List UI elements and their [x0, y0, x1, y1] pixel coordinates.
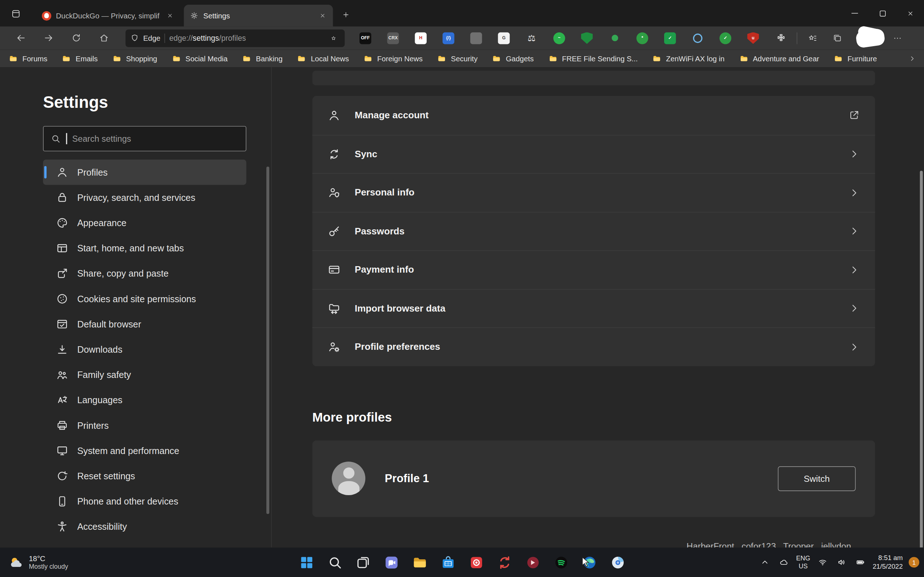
favorites-bar-item-gadgets[interactable]: Gadgets — [492, 54, 533, 63]
favorites-overflow-button[interactable] — [905, 52, 919, 66]
row-profile-preferences[interactable]: Profile preferences — [312, 327, 875, 366]
tab-duckduckgo[interactable]: DuckDuckGo — Privacy, simplifi — [36, 5, 180, 26]
home-button[interactable] — [95, 29, 113, 47]
minimize-button[interactable] — [841, 0, 869, 26]
settings-menu-button[interactable] — [889, 29, 906, 46]
sidebar-item-start-home-and-new-tabs[interactable]: Start, home, and new tabs — [43, 235, 246, 261]
puzzle-extension-icon[interactable] — [773, 30, 788, 45]
store-button[interactable] — [436, 551, 459, 574]
close-button[interactable] — [896, 0, 924, 26]
search-button[interactable] — [323, 551, 347, 574]
collections-button[interactable] — [829, 29, 846, 46]
music-app-button[interactable] — [549, 551, 572, 574]
favorites-bar-item-social-media[interactable]: Social Media — [171, 54, 228, 63]
sidebar-item-cookies-and-site-permissions[interactable]: Cookies and site permissions — [43, 286, 246, 311]
sidebar-item-family-safety[interactable]: Family safety — [43, 362, 246, 387]
media-app-button[interactable] — [521, 551, 544, 574]
green-dot-extension-icon[interactable] — [607, 30, 622, 45]
tab-close-icon[interactable] — [317, 10, 327, 21]
gamepad-extension-icon[interactable] — [468, 30, 484, 45]
row-manage-account[interactable]: Manage account — [312, 96, 875, 134]
sidebar-item-accessibility[interactable]: Accessibility — [43, 514, 246, 539]
task-view-button[interactable] — [352, 551, 375, 574]
favorites-bar-item-security[interactable]: Security — [437, 54, 478, 63]
g-extension-icon[interactable]: G — [496, 30, 512, 45]
edge-browser-button[interactable] — [578, 551, 601, 574]
sidebar-item-default-browser[interactable]: Default browser — [43, 311, 246, 337]
start-button[interactable] — [295, 551, 318, 574]
arc-extension-icon[interactable] — [690, 30, 705, 45]
favorites-bar-item-free-file-sending-s[interactable]: FREE File Sending S... — [548, 54, 638, 63]
row-payment-info[interactable]: Payment info — [312, 250, 875, 289]
sidebar-item-appearance[interactable]: Appearance — [43, 210, 246, 235]
browser-app-button[interactable] — [606, 551, 629, 574]
onedrive-cloud-icon[interactable] — [777, 556, 790, 569]
extensions-area: OFFCRXH{/}G⚖~*✓✓u — [358, 30, 788, 45]
favorites-bar-item-adventure-and-gear[interactable]: Adventure and Gear — [739, 54, 819, 63]
row-import-browser-data[interactable]: Import browser data — [312, 289, 875, 327]
favorites-bar-item-emails[interactable]: Emails — [61, 54, 97, 63]
notification-badge[interactable]: 1 — [909, 557, 919, 567]
h-extension-icon[interactable]: H — [413, 30, 428, 45]
favorites-bar-item-furniture[interactable]: Furniture — [834, 54, 877, 63]
site-info-icon[interactable] — [130, 34, 139, 42]
favorites-bar-item-foreign-news[interactable]: Foreign News — [363, 54, 423, 63]
favorites-bar-item-forums[interactable]: Forums — [8, 54, 47, 63]
green-swoosh-extension-icon[interactable]: ~ — [551, 30, 567, 45]
row-label: Sync — [355, 149, 377, 160]
tab-actions-icon[interactable] — [7, 5, 25, 23]
green-shield-extension-icon[interactable] — [579, 30, 594, 45]
favorites-bar-item-shopping[interactable]: Shopping — [112, 54, 157, 63]
refresh-button[interactable] — [67, 29, 85, 47]
green-check-square-extension-icon[interactable]: ✓ — [662, 30, 677, 45]
row-passwords[interactable]: Passwords — [312, 212, 875, 250]
tab-title: Settings — [203, 11, 312, 20]
favorites-bar-item-zenwifi-ax-log-in[interactable]: ZenWiFi AX log in — [652, 54, 724, 63]
search-settings-input[interactable]: Search settings — [43, 126, 246, 151]
row-personal-info[interactable]: Personal info — [312, 173, 875, 212]
add-favorite-star-icon[interactable] — [327, 31, 340, 44]
sidebar-item-system-and-performance[interactable]: System and performance — [43, 438, 246, 463]
ublock-extension-icon[interactable]: u — [745, 30, 761, 45]
language-switcher[interactable]: ENG US — [796, 554, 810, 570]
green-check-circle-extension-icon[interactable]: ✓ — [718, 30, 733, 45]
favorites-bar-item-local-news[interactable]: Local News — [297, 54, 349, 63]
sidebar-item-downloads[interactable]: Downloads — [43, 337, 246, 362]
file-explorer-button[interactable] — [408, 551, 431, 574]
forward-button[interactable] — [39, 29, 57, 47]
tab-close-icon[interactable] — [165, 10, 175, 21]
maximize-button[interactable] — [869, 0, 897, 26]
sidebar-item-phone-and-other-devices[interactable]: Phone and other devices — [43, 488, 246, 514]
sidebar-item-languages[interactable]: Languages — [43, 387, 246, 413]
weather-widget[interactable]: 18°C Mostly cloudy — [5, 554, 72, 571]
sidebar-item-printers[interactable]: Printers — [43, 413, 246, 438]
tray-chevron-icon[interactable] — [758, 556, 771, 569]
switch-profile-button[interactable]: Switch — [778, 466, 856, 491]
tab-settings[interactable]: Settings — [184, 5, 333, 26]
scales-extension-icon[interactable]: ⚖ — [524, 30, 539, 45]
favorites-bar-item-banking[interactable]: Banking — [242, 54, 283, 63]
clock[interactable]: 8:51 am 21/5/2022 — [873, 554, 903, 571]
sidebar-item-reset-settings[interactable]: Reset settings — [43, 463, 246, 488]
sidebar-scrollbar[interactable] — [267, 167, 269, 514]
chat-button[interactable] — [380, 551, 403, 574]
sync-app-button[interactable] — [493, 551, 516, 574]
volume-icon[interactable] — [835, 556, 848, 569]
new-tab-button[interactable] — [338, 6, 354, 23]
code-extension-icon[interactable]: {/} — [441, 30, 456, 45]
crx-extension-icon[interactable]: CRX — [386, 30, 401, 45]
off-extension-icon[interactable]: OFF — [358, 30, 373, 45]
sidebar-item-share-copy-and-paste[interactable]: Share, copy and paste — [43, 261, 246, 286]
wifi-icon[interactable] — [816, 556, 829, 569]
back-button[interactable] — [12, 29, 30, 47]
address-bar[interactable]: Edge edge://settings/profiles — [126, 29, 345, 47]
favorite-label: Emails — [76, 55, 98, 63]
favorites-button[interactable] — [804, 29, 821, 46]
sidebar-item-profiles[interactable]: Profiles — [43, 160, 246, 185]
battery-icon[interactable] — [854, 556, 867, 569]
row-sync[interactable]: Sync — [312, 134, 875, 173]
sidebar-item-privacy-search-and-services[interactable]: Privacy, search, and services — [43, 185, 246, 210]
photos-app-button[interactable] — [465, 551, 488, 574]
page-scrollbar[interactable] — [920, 171, 923, 548]
green-asterisk-extension-icon[interactable]: * — [635, 30, 650, 45]
